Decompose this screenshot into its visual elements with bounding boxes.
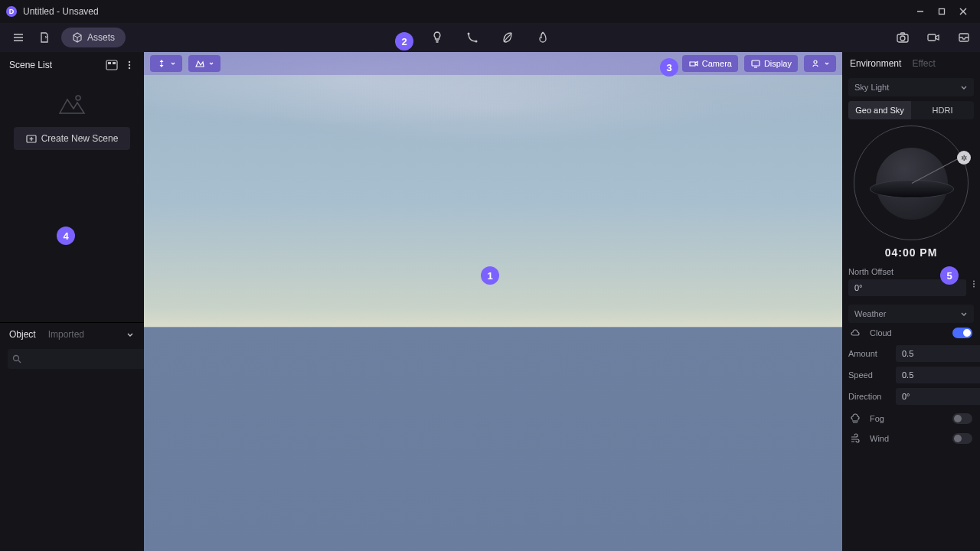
- viewport-transform-button[interactable]: [150, 55, 182, 72]
- svg-point-10: [900, 36, 905, 41]
- inbox-button[interactable]: [957, 31, 971, 44]
- svg-point-18: [129, 67, 130, 69]
- svg-point-32: [973, 283, 975, 285]
- amount-input[interactable]: [896, 345, 980, 362]
- camera-label: Camera: [702, 59, 732, 68]
- wind-toggle[interactable]: [952, 433, 972, 444]
- camera-capture-button[interactable]: [896, 31, 910, 44]
- weather-title: Weather: [854, 309, 960, 318]
- svg-rect-28: [752, 60, 760, 66]
- fire-tool[interactable]: [536, 31, 550, 44]
- app-logo: D: [6, 6, 17, 17]
- direction-label: Direction: [848, 392, 891, 401]
- light-tool[interactable]: [430, 31, 444, 44]
- viewport-shading-button[interactable]: [188, 55, 220, 72]
- camera-button[interactable]: Camera: [682, 55, 738, 72]
- viewport-toolbar: Camera Display: [144, 52, 842, 75]
- svg-rect-14: [108, 62, 111, 64]
- svg-point-19: [76, 96, 80, 100]
- leaf-tool[interactable]: [501, 31, 514, 44]
- svg-rect-1: [939, 9, 945, 15]
- annotation-badge-5: 5: [940, 266, 959, 285]
- speed-input[interactable]: [896, 367, 980, 383]
- fog-label: Fog: [870, 414, 948, 423]
- annotation-badge-2: 2: [395, 32, 413, 51]
- close-button[interactable]: [952, 1, 974, 22]
- sky-light-section-header[interactable]: Sky Light: [848, 78, 974, 96]
- geo-sky-segment[interactable]: Geo and Sky: [848, 101, 911, 119]
- svg-point-31: [973, 281, 975, 282]
- svg-point-30: [814, 60, 817, 64]
- object-collapse-button[interactable]: [126, 330, 135, 339]
- titlebar: D Untitled - Unsaved: [0, 0, 980, 23]
- left-panel: Scene List Create New Scene Object Impor…: [0, 52, 144, 551]
- right-panel: Environment Effect Sky Light Geo and Sky…: [842, 52, 980, 551]
- video-button[interactable]: [926, 31, 940, 44]
- svg-rect-15: [113, 62, 116, 64]
- weather-section-header[interactable]: Weather: [848, 305, 974, 323]
- speed-label: Speed: [848, 370, 891, 380]
- annotation-badge-3: 3: [660, 58, 678, 77]
- viewport-extra-button[interactable]: [804, 55, 836, 72]
- viewport[interactable]: Camera Display: [144, 52, 842, 551]
- menu-button[interactable]: [9, 28, 28, 47]
- sky-mode-segment: Geo and Sky HDRI: [848, 101, 974, 119]
- object-tab[interactable]: Object: [9, 329, 36, 340]
- scene-placeholder-icon: [0, 92, 144, 116]
- cloud-icon: [850, 328, 861, 338]
- fog-icon: [850, 413, 861, 424]
- document-title: Untitled - Unsaved: [23, 6, 99, 17]
- path-tool[interactable]: [466, 31, 479, 44]
- annotation-badge-1: 1: [481, 266, 499, 285]
- svg-point-33: [973, 286, 975, 288]
- sky-clouds: [144, 52, 842, 327]
- create-scene-icon: [26, 133, 37, 144]
- maximize-button[interactable]: [931, 1, 952, 22]
- wind-icon: [850, 433, 861, 444]
- imported-tab[interactable]: Imported: [48, 329, 84, 340]
- scene-more-button[interactable]: [124, 60, 135, 70]
- assets-button[interactable]: Assets: [61, 28, 126, 47]
- toolbar: Assets: [0, 23, 980, 52]
- create-scene-button[interactable]: Create New Scene: [14, 127, 130, 150]
- effect-tab[interactable]: Effect: [912, 58, 935, 69]
- hdri-segment[interactable]: HDRI: [911, 101, 974, 119]
- object-search-input[interactable]: [8, 349, 145, 369]
- svg-point-16: [129, 61, 130, 63]
- sun-position-widget[interactable]: ✲: [854, 126, 969, 240]
- direction-input[interactable]: [896, 388, 980, 405]
- display-button[interactable]: Display: [744, 55, 798, 72]
- sun-handle[interactable]: ✲: [957, 151, 971, 165]
- cloud-label: Cloud: [870, 328, 948, 337]
- sky-light-title: Sky Light: [854, 83, 960, 92]
- minimize-button[interactable]: [910, 1, 931, 22]
- chevron-down-icon: [960, 83, 968, 91]
- svg-point-17: [129, 64, 130, 66]
- annotation-badge-4: 4: [57, 227, 75, 245]
- north-offset-more-button[interactable]: [969, 279, 978, 296]
- assets-icon: [72, 32, 83, 43]
- svg-rect-13: [106, 60, 117, 70]
- scene-grid-button[interactable]: [106, 60, 118, 70]
- scene-list-title: Scene List: [9, 60, 100, 70]
- search-icon: [12, 354, 21, 364]
- display-label: Display: [764, 59, 792, 68]
- svg-line-24: [18, 360, 21, 363]
- create-scene-label: Create New Scene: [41, 133, 119, 144]
- file-button[interactable]: [35, 28, 54, 47]
- chevron-down-icon: [960, 310, 968, 318]
- wind-label: Wind: [870, 434, 948, 443]
- environment-tab[interactable]: Environment: [850, 58, 901, 69]
- svg-point-23: [14, 356, 19, 361]
- fog-toggle[interactable]: [952, 413, 972, 424]
- assets-label: Assets: [87, 32, 115, 43]
- cloud-toggle[interactable]: [952, 328, 972, 338]
- time-display: 04:00 PM: [848, 246, 974, 259]
- svg-rect-11: [928, 34, 936, 41]
- amount-label: Amount: [848, 349, 891, 358]
